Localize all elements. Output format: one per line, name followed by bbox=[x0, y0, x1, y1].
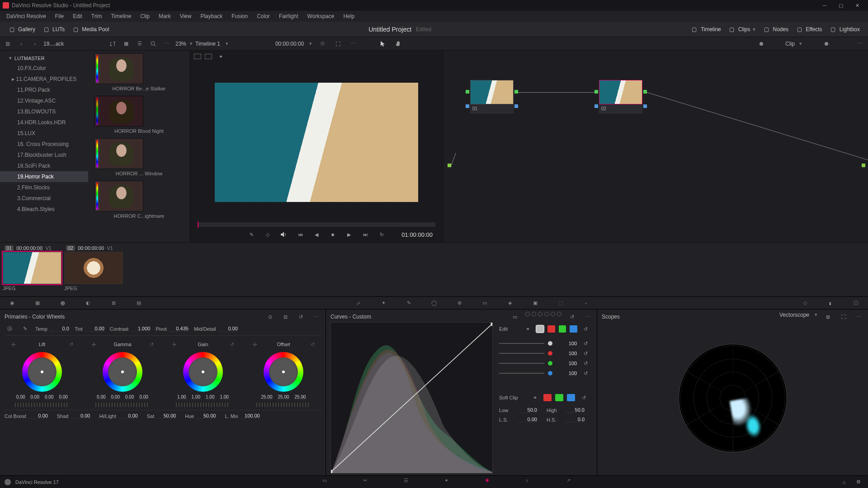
lut-folder-item[interactable]: 19.Horror Pack bbox=[0, 171, 88, 182]
node-01[interactable]: 01 bbox=[470, 80, 514, 113]
viewer-scrubber[interactable] bbox=[198, 222, 435, 227]
wheel-values[interactable]: 25.0025.0025.00 bbox=[260, 394, 307, 400]
lut-folder-item[interactable]: 4.Bleach.Styles bbox=[0, 204, 88, 215]
color-picker-icon[interactable]: ✎ bbox=[246, 230, 256, 239]
unmix-icon[interactable]: ◇ bbox=[263, 230, 273, 239]
wheel-values[interactable]: 0.000.000.000.00 bbox=[15, 394, 69, 400]
gallery-icon[interactable]: ▢Gallery bbox=[5, 24, 39, 35]
wheel-jog[interactable] bbox=[176, 403, 230, 407]
wheel-reset-icon[interactable]: ↺ bbox=[307, 339, 317, 349]
fusion-page-icon[interactable]: ✦ bbox=[444, 478, 453, 487]
3d-icon[interactable]: ▫ bbox=[582, 299, 590, 307]
softclip-g-icon[interactable] bbox=[555, 394, 563, 401]
lut-folder-item[interactable]: 17.Blockbuster Lush bbox=[0, 150, 88, 160]
lut-folder-item[interactable]: 16. Cross Processing bbox=[0, 139, 88, 150]
hand-tool-icon[interactable] bbox=[393, 39, 403, 49]
scope-options-icon[interactable]: ⋯ bbox=[854, 312, 863, 322]
nodes-icon[interactable]: ▢Nodes bbox=[759, 24, 792, 35]
viewer-wand-icon[interactable]: ✦ bbox=[216, 52, 226, 61]
timeline-icon[interactable]: ▢Timeline bbox=[687, 24, 725, 35]
key-icon[interactable]: ▣ bbox=[531, 299, 539, 307]
lut-folder-item[interactable]: 14.HDR.Looks.HDR bbox=[0, 117, 88, 128]
lut-thumbnail[interactable]: HORROR ... Window bbox=[94, 138, 184, 176]
magic-mask-icon[interactable]: ▭ bbox=[481, 299, 489, 307]
viewer-timecode[interactable]: 00:00:00:00 bbox=[275, 41, 304, 47]
adjust-shad[interactable]: Shad0.00 bbox=[57, 413, 90, 419]
keyframe-icon[interactable]: ◇ bbox=[801, 299, 809, 307]
softclip-r-icon[interactable] bbox=[543, 394, 552, 401]
curve-intensity-row[interactable]: 100↺ bbox=[499, 368, 590, 378]
adjust-colboost[interactable]: Col Boost0.00 bbox=[5, 413, 48, 419]
curve-dot-icon[interactable] bbox=[544, 312, 549, 316]
node-02[interactable]: 02 bbox=[599, 80, 642, 113]
curves-icon[interactable]: ⟋ bbox=[354, 299, 362, 307]
primaries-icon[interactable]: ◎ bbox=[59, 299, 67, 307]
stop-icon[interactable]: ■ bbox=[328, 230, 338, 239]
media-pool-icon[interactable]: ▢Media Pool bbox=[68, 24, 113, 35]
lut-folder-item[interactable]: ▸ 11.CAMERA_PROFILES bbox=[0, 74, 88, 84]
transport-timecode[interactable]: 01:00:00:00 bbox=[401, 231, 433, 238]
wheel-reset-icon[interactable]: ↺ bbox=[146, 339, 156, 349]
viewer-mode-b-icon[interactable] bbox=[205, 54, 212, 59]
wheel-values[interactable]: 1.001.001.001.00 bbox=[176, 394, 230, 400]
auto-wb-icon[interactable]: Ⓐ bbox=[5, 324, 14, 334]
wheel-jog[interactable] bbox=[256, 403, 311, 407]
color-wheel[interactable] bbox=[22, 352, 62, 392]
clip-thumbnail[interactable]: 0200:00:00:00V1JPEG bbox=[64, 244, 123, 291]
softclip-low[interactable]: Low50.0 bbox=[499, 407, 543, 413]
back-icon[interactable]: ‹ bbox=[16, 39, 26, 49]
color-wheel[interactable] bbox=[183, 352, 223, 392]
cut-page-icon[interactable]: ✂ bbox=[363, 478, 372, 487]
zoom-label[interactable]: 23% bbox=[175, 41, 186, 47]
scope-expand-icon[interactable]: ⛶ bbox=[838, 312, 848, 322]
forward-icon[interactable]: › bbox=[30, 39, 40, 49]
link-icon[interactable]: ⚭ bbox=[523, 324, 533, 334]
bypass-icon[interactable]: ⦾ bbox=[317, 39, 327, 49]
softclip-hs[interactable]: H.S.0.0 bbox=[547, 417, 590, 422]
menu-playback[interactable]: Playback bbox=[197, 12, 226, 21]
maximize-button[interactable]: ▢ bbox=[833, 0, 849, 11]
hdr-wheel-icon[interactable]: ◐ bbox=[84, 299, 92, 307]
vectorscope[interactable] bbox=[679, 344, 787, 452]
search-icon[interactable] bbox=[148, 39, 158, 49]
curve-dot-icon[interactable] bbox=[557, 312, 561, 316]
info-icon[interactable]: ⓘ bbox=[852, 299, 860, 307]
lut-folder-item[interactable]: 3.Commercial bbox=[0, 193, 88, 204]
wheel-jog[interactable] bbox=[95, 403, 150, 407]
wheel-picker-icon[interactable]: ⊹ bbox=[89, 339, 99, 349]
media-page-icon[interactable]: ▭ bbox=[322, 478, 331, 487]
path-label[interactable]: 19....ack bbox=[43, 41, 64, 47]
row-reset-icon[interactable]: ↺ bbox=[580, 368, 590, 378]
mute-icon[interactable] bbox=[279, 230, 289, 239]
curves-reset-icon[interactable]: ↺ bbox=[567, 312, 577, 322]
grid-view-icon[interactable]: ▦ bbox=[121, 39, 131, 49]
softclip-high[interactable]: High50.0 bbox=[547, 407, 590, 413]
adjust-pivot[interactable]: Pivot0.435 bbox=[156, 326, 188, 332]
lut-folder-item[interactable]: 10.FX.Color bbox=[0, 63, 88, 74]
softclip-link-icon[interactable]: ⚭ bbox=[530, 393, 540, 403]
softclip-reset-icon[interactable]: ↺ bbox=[579, 393, 589, 403]
menu-workspace[interactable]: Workspace bbox=[304, 12, 338, 21]
wheel-picker-icon[interactable]: ⊹ bbox=[169, 339, 179, 349]
adjust-contrast[interactable]: Contrast1.000 bbox=[110, 326, 151, 332]
scope-layout-icon[interactable]: ⊞ bbox=[823, 312, 833, 322]
edit-page-icon[interactable]: ☰ bbox=[404, 478, 413, 487]
scopes-toggle-icon[interactable]: ⫾ bbox=[826, 299, 835, 307]
clip-thumbnail[interactable]: 0100:00:00:00V1JPEG bbox=[3, 244, 61, 291]
clip-mode-label[interactable]: Clip bbox=[785, 41, 795, 47]
color-wheel[interactable] bbox=[103, 352, 142, 392]
user-icon[interactable] bbox=[5, 479, 11, 485]
home-icon[interactable]: ⌂ bbox=[839, 477, 849, 487]
lut-folder-item[interactable]: 13.BLOWOUTS bbox=[0, 106, 88, 117]
sort-icon[interactable] bbox=[108, 39, 118, 49]
curve-dot-icon[interactable] bbox=[525, 312, 530, 316]
lut-folder-item[interactable]: 12.Vintage.ASC bbox=[0, 95, 88, 106]
minimize-button[interactable]: ─ bbox=[816, 0, 833, 11]
lut-folder-item[interactable]: 11.PRO.Pack bbox=[0, 84, 88, 95]
color-wheel[interactable] bbox=[264, 352, 303, 392]
window-icon[interactable]: ◯ bbox=[430, 299, 438, 307]
lut-folder-item[interactable]: 15.LUX bbox=[0, 128, 88, 139]
softclip-b-icon[interactable] bbox=[567, 394, 575, 401]
panel-toggle-icon[interactable]: ▥ bbox=[3, 39, 13, 49]
menu-file[interactable]: File bbox=[52, 12, 67, 21]
